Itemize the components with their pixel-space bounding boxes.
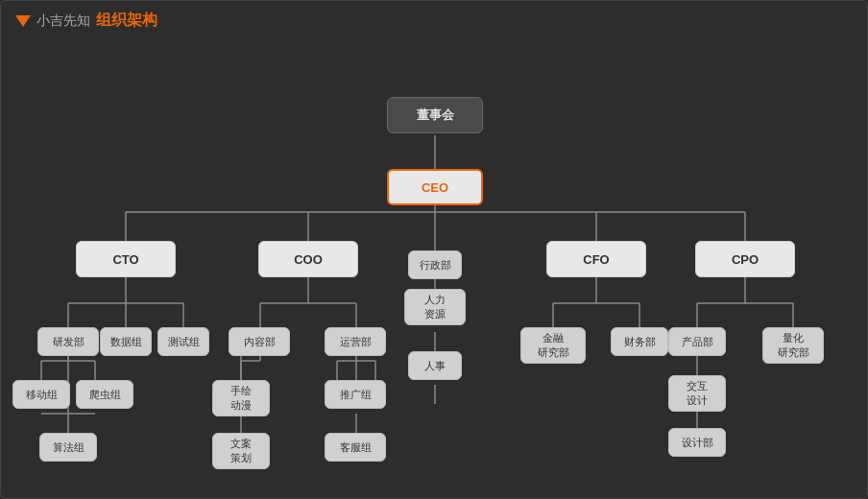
finance-research-node: 金融 研究部 bbox=[520, 327, 586, 364]
personnel-node: 人事 bbox=[408, 351, 462, 380]
hr-node: 人力 资源 bbox=[404, 289, 466, 325]
operations-node: 运营部 bbox=[325, 327, 386, 356]
accounting-node: 财务部 bbox=[611, 327, 668, 356]
mobile-node: 移动组 bbox=[12, 380, 70, 409]
admin-node: 行政部 bbox=[408, 250, 462, 279]
main-container: 小吉先知 组织架构 bbox=[0, 0, 868, 499]
copywriting-node: 文案 策划 bbox=[212, 433, 270, 469]
coo-node: COO bbox=[258, 241, 358, 277]
org-chart: 董事会 CEO CTO COO CFO CPO 行政部 人力 资源 人事 bbox=[1, 44, 867, 488]
test-node: 测试组 bbox=[157, 327, 209, 356]
cpo-node: CPO bbox=[695, 241, 795, 277]
promotion-node: 推广组 bbox=[325, 380, 386, 409]
ceo-node: CEO bbox=[387, 169, 483, 205]
cfo-node: CFO bbox=[546, 241, 646, 277]
crawler-node: 爬虫组 bbox=[76, 380, 133, 409]
ux-node: 交互 设计 bbox=[668, 375, 726, 412]
header: 小吉先知 组织架构 bbox=[1, 1, 867, 40]
customer-node: 客服组 bbox=[325, 433, 386, 462]
content-node: 内容部 bbox=[229, 327, 290, 356]
quantitative-node: 量化 研究部 bbox=[762, 327, 824, 364]
rd-node: 研发部 bbox=[37, 327, 99, 356]
triangle-icon bbox=[15, 15, 31, 27]
header-prefix: 小吉先知 bbox=[36, 12, 90, 30]
handdrawn-node: 手绘 动漫 bbox=[212, 380, 270, 416]
data-node: 数据组 bbox=[100, 327, 152, 356]
header-title: 组织架构 bbox=[96, 11, 157, 31]
product-node: 产品部 bbox=[668, 327, 726, 356]
algorithm-node: 算法组 bbox=[39, 433, 97, 462]
board-node: 董事会 bbox=[387, 97, 483, 133]
design-node: 设计部 bbox=[668, 428, 726, 457]
cto-node: CTO bbox=[76, 241, 176, 277]
